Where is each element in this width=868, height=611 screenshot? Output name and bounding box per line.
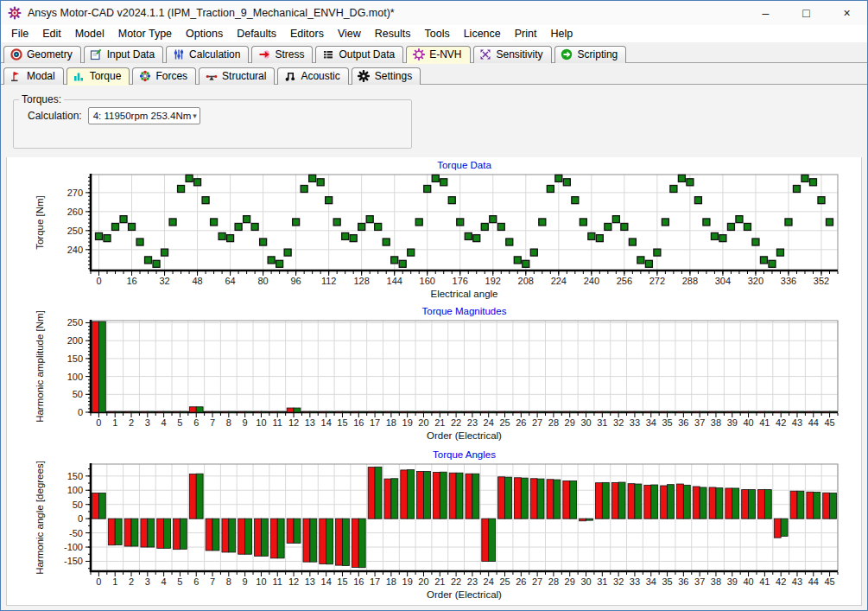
tab-torque[interactable]: Torque xyxy=(67,67,130,85)
svg-text:40: 40 xyxy=(743,417,753,428)
tab-geometry[interactable]: Geometry xyxy=(3,46,81,63)
svg-text:250: 250 xyxy=(67,317,83,328)
menu-item-print[interactable]: Print xyxy=(508,27,544,41)
svg-text:43: 43 xyxy=(792,576,802,587)
svg-text:18: 18 xyxy=(386,576,396,587)
svg-text:24: 24 xyxy=(484,576,494,587)
close-button[interactable]: × xyxy=(827,1,867,25)
svg-text:5: 5 xyxy=(177,417,182,428)
svg-text:16: 16 xyxy=(353,576,364,587)
tab-settings[interactable]: Settings xyxy=(352,67,421,85)
menu-item-defaults[interactable]: Defaults xyxy=(230,27,283,41)
svg-text:4: 4 xyxy=(162,417,167,428)
svg-text:Harmonic angle [degrees]: Harmonic angle [degrees] xyxy=(35,461,45,575)
tab-forces[interactable]: Forces xyxy=(132,67,196,85)
scripting-icon xyxy=(561,48,573,60)
svg-text:23: 23 xyxy=(467,417,478,428)
menu-bar: File Edit Model Motor Type Options Defau… xyxy=(1,25,867,42)
svg-text:3: 3 xyxy=(145,417,150,428)
svg-text:Order (Electrical): Order (Electrical) xyxy=(427,430,502,441)
svg-text:30: 30 xyxy=(580,417,591,428)
svg-text:45: 45 xyxy=(824,417,834,428)
svg-text:12: 12 xyxy=(288,576,299,587)
svg-text:192: 192 xyxy=(485,276,501,286)
svg-text:1: 1 xyxy=(112,576,117,587)
svg-text:320: 320 xyxy=(748,276,763,286)
tab-modal[interactable]: Modal xyxy=(3,67,64,85)
svg-text:-100: -100 xyxy=(64,542,83,552)
svg-text:33: 33 xyxy=(630,576,640,587)
svg-text:21: 21 xyxy=(434,417,445,428)
svg-text:3: 3 xyxy=(145,576,150,587)
svg-text:36: 36 xyxy=(678,576,688,587)
tab-scripting[interactable]: Scripting xyxy=(554,46,627,63)
svg-text:Harmonic amplitude [Nm]: Harmonic amplitude [Nm] xyxy=(35,310,45,423)
svg-text:7: 7 xyxy=(210,576,215,587)
svg-text:80: 80 xyxy=(257,276,268,286)
svg-text:112: 112 xyxy=(321,276,337,286)
svg-text:Torque Angles: Torque Angles xyxy=(433,449,496,460)
svg-text:37: 37 xyxy=(694,576,705,587)
minimize-button[interactable]: – xyxy=(745,1,786,25)
tab-structural[interactable]: Structural xyxy=(199,67,275,85)
calculation-icon xyxy=(172,48,185,60)
menu-item-editors[interactable]: Editors xyxy=(283,27,331,41)
svg-text:25: 25 xyxy=(499,576,510,587)
svg-text:304: 304 xyxy=(715,276,731,286)
tab-e-nvh[interactable]: E-NVH xyxy=(406,46,470,63)
settings-icon xyxy=(358,70,371,82)
menu-item-model[interactable]: Model xyxy=(68,27,111,41)
svg-text:15: 15 xyxy=(337,576,347,587)
torque-magnitudes-chart: 0123456789101112131415161718192021222324… xyxy=(9,305,859,443)
svg-text:0: 0 xyxy=(96,417,101,428)
menu-item-options[interactable]: Options xyxy=(179,27,230,41)
svg-text:10: 10 xyxy=(256,576,266,587)
menu-item-tools[interactable]: Tools xyxy=(417,27,456,41)
svg-text:36: 36 xyxy=(678,417,688,428)
tab-sensitivity[interactable]: Sensitivity xyxy=(473,46,552,63)
svg-text:39: 39 xyxy=(727,576,738,587)
svg-text:50: 50 xyxy=(73,389,83,399)
tab-output-data[interactable]: Output Data xyxy=(315,46,403,63)
menu-item-help[interactable]: Help xyxy=(543,27,580,41)
tab-stress[interactable]: Stress xyxy=(251,46,313,63)
svg-text:0: 0 xyxy=(96,276,101,286)
app-window: Ansys Motor-CAD v2024.1.1 (IPM_Traction_… xyxy=(0,0,868,611)
svg-text:176: 176 xyxy=(453,276,468,286)
svg-text:11: 11 xyxy=(273,417,282,428)
menu-item-results[interactable]: Results xyxy=(368,27,418,41)
svg-text:40: 40 xyxy=(743,576,753,587)
tab-calculation[interactable]: Calculation xyxy=(166,46,249,63)
maximize-button[interactable]: □ xyxy=(786,1,827,25)
svg-text:260: 260 xyxy=(67,207,83,217)
svg-text:20: 20 xyxy=(418,576,428,587)
svg-text:8: 8 xyxy=(226,417,231,428)
geometry-icon xyxy=(10,48,22,60)
tab-acoustic[interactable]: Acoustic xyxy=(277,67,348,85)
svg-text:34: 34 xyxy=(646,417,656,428)
svg-text:17: 17 xyxy=(370,417,380,428)
svg-text:100: 100 xyxy=(67,485,83,495)
svg-text:39: 39 xyxy=(727,417,738,428)
menu-item-file[interactable]: File xyxy=(4,27,35,41)
menu-item-licence[interactable]: Licence xyxy=(457,27,508,41)
menu-item-view[interactable]: View xyxy=(331,27,368,41)
calculation-label: Calculation: xyxy=(28,110,82,122)
svg-text:Torque Magnitudes: Torque Magnitudes xyxy=(422,306,507,316)
torque-data-chart: 0163248648096112128144160176192208224240… xyxy=(9,159,859,302)
svg-text:336: 336 xyxy=(781,276,796,286)
svg-text:0: 0 xyxy=(78,513,83,524)
svg-text:32: 32 xyxy=(613,417,624,428)
svg-text:5: 5 xyxy=(177,576,182,587)
input-data-icon xyxy=(90,48,103,60)
menu-item-edit[interactable]: Edit xyxy=(35,27,68,41)
tab-input-data[interactable]: Input Data xyxy=(84,46,163,63)
menu-item-motor-type[interactable]: Motor Type xyxy=(111,27,179,41)
calculation-dropdown[interactable]: 4: 11950rpm 253.4Nm ▾ xyxy=(88,107,200,124)
svg-text:45: 45 xyxy=(824,576,834,587)
svg-text:25: 25 xyxy=(499,417,510,428)
svg-text:96: 96 xyxy=(291,276,301,286)
svg-text:9: 9 xyxy=(243,417,248,428)
content-area: Torques: Calculation: 4: 11950rpm 253.4N… xyxy=(1,85,867,611)
svg-text:17: 17 xyxy=(370,576,380,587)
